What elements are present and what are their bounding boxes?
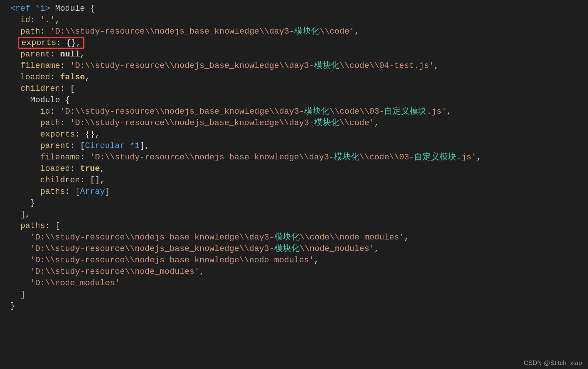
prop-id: id	[20, 15, 30, 25]
watermark: CSDN @Stitch_xiao	[524, 359, 582, 367]
prop-parent: parent	[20, 49, 50, 59]
child-prop-filename: filename	[40, 152, 80, 162]
child-prop-paths: paths	[40, 187, 65, 196]
paths-close: ]	[20, 290, 25, 299]
child-prop-children: children	[40, 175, 80, 185]
child-prop-path: path	[40, 118, 60, 128]
child-prop-loaded: loaded	[40, 164, 70, 173]
prop-paths: paths	[20, 221, 45, 231]
exports-highlight: exports: {},	[18, 37, 84, 49]
child-prop-exports: exports	[40, 130, 75, 139]
ref-tag: <ref *1>	[10, 4, 50, 13]
prop-path: path	[20, 27, 40, 36]
path-item: 'D:\\study-resource\\nodejs_base_knowled…	[30, 232, 274, 242]
path-item: 'D:\\study-resource\\node_modules'	[30, 267, 199, 276]
child-prop-id: id	[40, 107, 50, 116]
brace: {	[90, 4, 95, 13]
prop-loaded: loaded	[20, 72, 50, 82]
child-prop-parent: parent	[40, 141, 70, 151]
prop-exports: exports	[21, 38, 56, 48]
brace-close: }	[10, 301, 15, 311]
terminal-output: <ref *1> Module { id: '.', path: 'D:\\st…	[0, 0, 588, 312]
child-module-label: Module	[30, 95, 65, 105]
child-brace-close: }	[30, 198, 35, 208]
path-item: 'D:\\node_modules'	[30, 278, 120, 288]
children-close: ],	[20, 210, 30, 219]
prop-children: children	[20, 84, 60, 93]
path-item: 'D:\\study-resource\\nodejs_base_knowled…	[30, 244, 274, 254]
path-item: 'D:\\study-resource\\nodejs_base_knowled…	[30, 255, 314, 265]
module-label: Module	[50, 4, 90, 13]
prop-filename: filename	[20, 61, 60, 70]
